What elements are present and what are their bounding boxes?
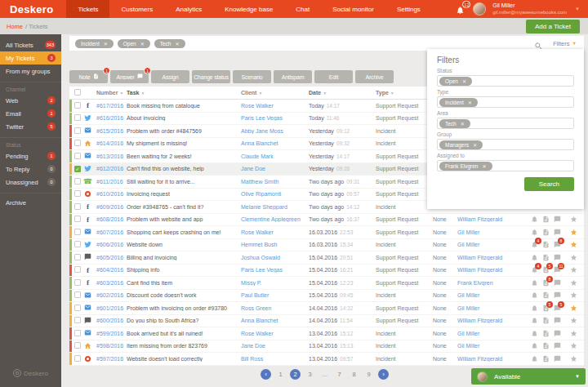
ticket-number-link[interactable]: #598/2016 (96, 343, 127, 349)
chat-icon[interactable]: 8 (554, 241, 561, 248)
sidebar-item-from-my-groups[interactable]: From my groups (0, 64, 61, 78)
nav-item-knowledge-base[interactable]: Knowledge base (213, 0, 284, 18)
note-icon[interactable] (542, 355, 550, 363)
filter-value-chip[interactable]: Frank Elvgren✕ (439, 162, 492, 171)
note-icon[interactable] (542, 216, 550, 223)
bell-icon[interactable] (531, 279, 538, 287)
deskero-logo[interactable]: Deskero (0, 0, 66, 18)
note-icon[interactable] (542, 317, 550, 324)
agent-link[interactable]: William Fitzgerald (457, 216, 531, 222)
table-row[interactable]: #598/2016Item missing from order 823769J… (69, 340, 584, 354)
sidebar-item-twitter[interactable]: Twitter5 (0, 120, 61, 133)
chip-remove-icon[interactable]: ✕ (175, 41, 179, 47)
client-link[interactable]: Olive Ripamonti (241, 191, 309, 197)
client-link[interactable]: Clementine Applegreen (241, 216, 309, 222)
bell-icon[interactable] (531, 317, 538, 324)
table-row[interactable]: #597/2016Website doesn't load correctlyB… (69, 353, 584, 366)
table-row[interactable]: #601/2016Problem with invoicing on order… (69, 302, 584, 315)
page-1[interactable]: 1 (275, 369, 286, 380)
agent-link[interactable]: Gil Miller (457, 305, 531, 311)
header-checkbox[interactable] (69, 89, 84, 96)
table-row[interactable]: f#604/2016Shipping infoParis Lee Vegas15… (69, 265, 584, 278)
filter-value-chip[interactable]: Tech✕ (439, 119, 470, 128)
ticket-number-link[interactable]: #607/2016 (96, 229, 127, 235)
star-icon[interactable] (570, 317, 577, 324)
table-row[interactable]: #602/2016Discount code doesn't workPaul … (69, 290, 584, 303)
note-icon[interactable]: 5 (542, 266, 550, 274)
agent-link[interactable]: Gil Miller (457, 242, 531, 247)
note-icon[interactable] (542, 254, 550, 261)
chip-remove-icon[interactable]: ✕ (468, 100, 472, 105)
ticket-number-link[interactable]: #597/2016 (96, 356, 127, 362)
search-icon[interactable] (534, 39, 543, 48)
notifications-bell-icon[interactable]: 12 (456, 3, 466, 15)
client-link[interactable]: Rose Walker (241, 229, 309, 235)
toolbar-antispam-button[interactable]: Antispam (274, 70, 312, 83)
ticket-number-link[interactable]: #613/2016 (96, 153, 127, 159)
ticket-number-link[interactable]: #614/2016 (96, 140, 127, 146)
agent-link[interactable]: Gil Miller (457, 229, 531, 235)
sidebar-item-my-tickets[interactable]: My Tickets3 (0, 51, 61, 64)
client-link[interactable]: Missy P. (241, 280, 309, 286)
chat-icon[interactable] (554, 317, 561, 324)
column-header-number[interactable]: Number▼ (96, 90, 127, 96)
ticket-number-link[interactable]: #615/2016 (96, 128, 127, 134)
toolbar-assign-button[interactable]: Assign (151, 70, 189, 83)
note-icon[interactable] (542, 342, 550, 349)
sidebar-item-pending[interactable]: Pending1 (0, 149, 61, 162)
nav-item-chat[interactable]: Chat (284, 0, 321, 18)
ticket-number-link[interactable]: #617/2016 (96, 103, 127, 109)
bell-icon[interactable]: 4 (531, 241, 538, 248)
star-icon[interactable] (570, 241, 577, 248)
star-icon[interactable] (570, 342, 577, 349)
bell-icon[interactable]: 4 (531, 266, 538, 274)
note-icon[interactable]: 5 (542, 305, 550, 312)
filters-toggle[interactable]: Filters▼ (553, 40, 577, 47)
filter-input-group[interactable]: Managers✕ (437, 139, 574, 150)
sidebar-item-archive[interactable]: Archive (0, 196, 61, 209)
agent-link[interactable]: William Fitzgerald (457, 356, 531, 362)
toolbar-note-button[interactable]: Note1 (69, 70, 108, 83)
client-link[interactable]: Ross Green (241, 305, 309, 311)
sidebar-item-to-reply[interactable]: To Reply0 (0, 162, 61, 176)
ticket-number-link[interactable]: #599/2016 (96, 331, 127, 336)
filter-input-status[interactable]: Open✕ (437, 75, 574, 87)
sidebar-item-web[interactable]: Web2 (0, 94, 61, 107)
filter-input-assigned-to[interactable]: Frank Elvgren✕ (437, 160, 574, 171)
agent-link[interactable]: Frank Elvgren (457, 280, 531, 286)
star-icon[interactable] (570, 279, 577, 287)
client-link[interactable]: Anna Blanchet (241, 140, 309, 146)
bell-icon[interactable] (531, 355, 538, 363)
nav-item-settings[interactable]: Settings (385, 0, 432, 18)
star-icon[interactable] (570, 355, 577, 363)
page-2[interactable]: 2 (290, 369, 301, 380)
ticket-number-link[interactable]: #610/2016 (96, 191, 127, 197)
previous-page-arrow[interactable]: ‹ (261, 369, 271, 380)
agent-link[interactable]: William Fitzgerald (457, 267, 531, 273)
nav-item-customers[interactable]: Customers (109, 0, 164, 18)
note-icon[interactable]: 8 (542, 279, 550, 287)
filter-value-chip[interactable]: Managers✕ (439, 140, 483, 149)
client-link[interactable]: Paris Lee Vegas (241, 267, 309, 273)
agent-link[interactable]: William Fitzgerald (457, 318, 531, 323)
sidebar-item-email[interactable]: Email1 (0, 107, 61, 120)
bell-icon[interactable] (531, 342, 538, 349)
chat-icon[interactable] (554, 291, 561, 299)
note-icon[interactable] (542, 241, 550, 248)
toolbar-change-status-button[interactable]: Change status (192, 70, 230, 83)
star-icon[interactable] (570, 254, 577, 261)
table-row[interactable]: #606/2016Website downHemmet Bush16.03.20… (69, 239, 584, 252)
star-icon[interactable] (570, 330, 577, 337)
chip-remove-icon[interactable]: ✕ (473, 142, 477, 148)
filter-value-chip[interactable]: Open✕ (439, 77, 472, 86)
filter-input-area[interactable]: Tech✕ (437, 118, 574, 129)
filter-chip-incident[interactable]: Incident✕ (75, 39, 114, 48)
chat-icon[interactable] (554, 216, 561, 223)
chip-remove-icon[interactable]: ✕ (104, 41, 108, 47)
table-row[interactable]: f#603/2016Cant find this itemMissy P.15.… (69, 277, 584, 290)
client-link[interactable]: Paul Butler (241, 292, 309, 298)
star-icon[interactable] (570, 229, 577, 236)
availability-status-bar[interactable]: Available ▼ (471, 368, 586, 385)
nav-item-analytics[interactable]: Analytics (164, 0, 213, 18)
bell-icon[interactable] (531, 330, 538, 337)
